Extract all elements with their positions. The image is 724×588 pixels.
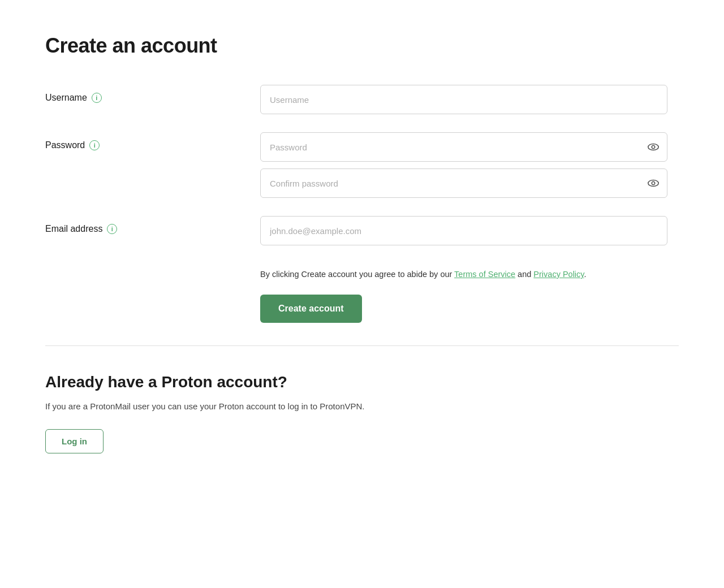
email-input-wrapper (260, 216, 667, 245)
email-label-col: Email address i (45, 216, 260, 234)
username-label-col: Username i (45, 85, 260, 103)
username-input[interactable] (260, 85, 667, 114)
password-row: Password i (45, 132, 679, 205)
confirm-password-input-wrapper (260, 168, 667, 198)
create-account-form: Username i Password i (45, 85, 679, 323)
password-toggle-visibility[interactable] (647, 141, 660, 153)
terms-text: By clicking Create account you agree to … (260, 268, 667, 281)
existing-account-section: Already have a Proton account? If you ar… (45, 369, 679, 453)
svg-point-2 (648, 180, 658, 187)
username-row: Username i (45, 85, 679, 121)
login-button[interactable]: Log in (45, 429, 104, 453)
email-row: Email address i (45, 216, 679, 252)
password-input-wrapper (260, 132, 667, 162)
terms-and-button-row: By clicking Create account you agree to … (45, 263, 679, 323)
username-input-col (260, 85, 667, 121)
username-label: Username (45, 93, 87, 103)
terms-of-service-link[interactable]: Terms of Service (454, 270, 515, 279)
privacy-policy-link[interactable]: Privacy Policy (533, 270, 584, 279)
confirm-password-toggle-visibility[interactable] (647, 177, 660, 189)
svg-point-0 (648, 144, 658, 150)
password-label-col: Password i (45, 132, 260, 150)
existing-account-description: If you are a ProtonMail user you can use… (45, 400, 679, 413)
email-input-col (260, 216, 667, 252)
password-input[interactable] (260, 132, 667, 162)
svg-point-3 (652, 181, 655, 185)
existing-account-title: Already have a Proton account? (45, 373, 679, 391)
password-input-col (260, 132, 667, 205)
username-input-wrapper (260, 85, 667, 114)
terms-prefix: By clicking Create account you agree to … (260, 270, 454, 279)
email-input[interactable] (260, 216, 667, 245)
svg-point-1 (652, 145, 655, 149)
password-info-icon[interactable]: i (89, 140, 100, 150)
section-divider (45, 345, 679, 346)
password-label: Password (45, 140, 85, 150)
eye-icon (647, 141, 660, 153)
terms-button-col: By clicking Create account you agree to … (260, 263, 667, 323)
username-info-icon[interactable]: i (92, 93, 102, 103)
email-info-icon[interactable]: i (107, 224, 117, 234)
terms-conjunction: and (515, 270, 533, 279)
email-label: Email address (45, 224, 102, 234)
page-container: Create an account Username i Password i (23, 0, 701, 487)
terms-suffix: . (584, 270, 587, 279)
page-title: Create an account (45, 34, 679, 58)
empty-label-col (45, 263, 260, 271)
create-account-button[interactable]: Create account (260, 295, 362, 323)
confirm-password-input[interactable] (260, 168, 667, 198)
eye-confirm-icon (647, 177, 660, 189)
